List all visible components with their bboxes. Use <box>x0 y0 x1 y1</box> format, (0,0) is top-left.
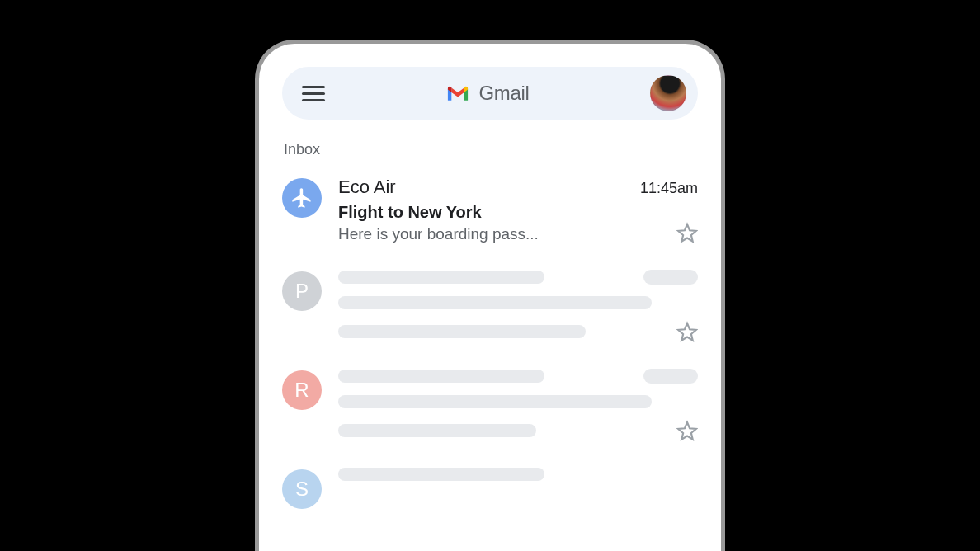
airplane-icon <box>290 186 313 210</box>
gmail-logo: Gmail <box>338 82 637 105</box>
menu-icon[interactable] <box>302 82 325 105</box>
avatar-initial: P <box>295 280 309 303</box>
sender-avatar[interactable]: S <box>282 469 322 509</box>
email-row-placeholder[interactable]: R <box>282 360 698 459</box>
gmail-m-icon <box>445 84 470 102</box>
avatar-initial: R <box>294 379 309 402</box>
sender-avatar[interactable]: R <box>282 370 322 410</box>
search-bar[interactable]: Gmail <box>282 67 698 120</box>
email-sender: Eco Air <box>338 177 396 198</box>
star-icon[interactable] <box>676 321 698 342</box>
sender-avatar[interactable] <box>282 178 322 218</box>
inbox-label: Inbox <box>284 141 698 158</box>
app-name: Gmail <box>478 82 529 105</box>
email-row-placeholder[interactable]: P <box>282 261 698 360</box>
star-icon[interactable] <box>676 420 698 441</box>
sender-avatar[interactable]: P <box>282 271 322 311</box>
avatar-initial: S <box>295 478 309 501</box>
email-snippet: Here is your boarding pass... <box>338 225 676 243</box>
email-subject: Flight to New York <box>338 203 676 222</box>
email-row[interactable]: Eco Air 11:45am Flight to New York Here … <box>282 168 698 261</box>
email-body: Eco Air 11:45am Flight to New York Here … <box>338 177 698 243</box>
avatar[interactable] <box>650 75 686 111</box>
email-row-placeholder[interactable]: S <box>282 459 698 527</box>
email-time: 11:45am <box>640 180 698 197</box>
star-icon[interactable] <box>676 222 698 243</box>
phone-frame: Gmail Inbox Eco Air 11:45am Flight to Ne… <box>255 40 725 551</box>
email-list: Eco Air 11:45am Flight to New York Here … <box>282 168 698 527</box>
